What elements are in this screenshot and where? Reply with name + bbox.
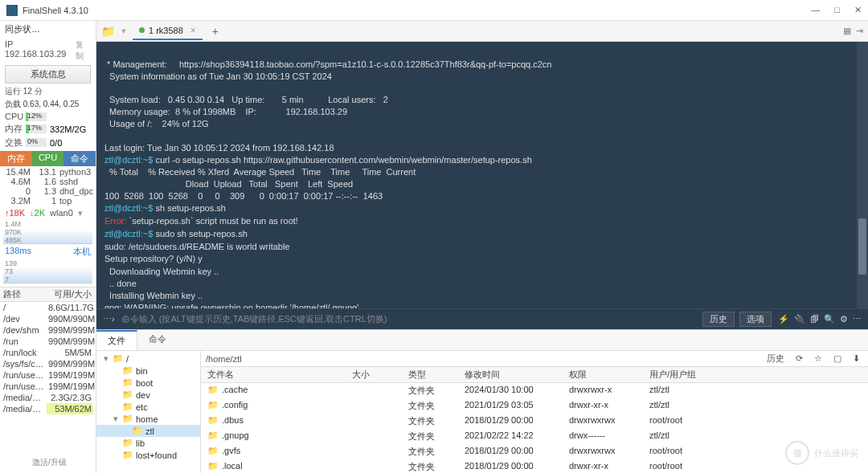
proc-tabs[interactable]: 内存 CPU 命令 [0,151,96,166]
process-table: 15.4M13.1python34.6M1.6sshd01.3dhd_dpc3.… [0,166,96,206]
net-up: ↑18K [5,208,25,218]
path-history-button[interactable]: 历史 [764,353,788,365]
sidebar: 同步状… IP 192.168.103.29 复制 系统信息 运行 12 分 负… [0,21,96,473]
tree-node[interactable]: 📁dev [96,389,200,401]
new-tab-button[interactable]: + [212,25,219,38]
minimize-button[interactable]: — [811,5,820,15]
close-tab-icon[interactable]: × [190,25,196,36]
folder-icon[interactable]: 📁 [101,25,115,38]
file-tree[interactable]: ▾📁/📁bin📁boot📁dev📁etc▾📁home📁ztl📁lib📁lost+… [96,351,201,473]
terminal[interactable]: * Management: https://shop36394118.taoba… [96,42,868,308]
prompt-icon: ⋯› [103,314,115,324]
scrollbar-thumb[interactable] [858,218,866,275]
bottom-tabs[interactable]: 文件 命令 [96,330,868,351]
net-row: ↑18K ↓2K wlan0 ▾ [0,206,96,220]
file-row[interactable]: 📁.cache文件夹2024/01/30 10:00drwxrwxr-xztl/… [201,383,868,398]
local-label: 本机 [73,246,91,258]
tab-commands[interactable]: 命令 [137,330,178,350]
hdr-owner: 用户/用户组 [643,367,723,382]
net-down: ↓2K [30,208,45,218]
current-path: /home/ztl [206,354,242,364]
file-row[interactable]: 📁.dbus文件夹2018/01/29 00:00drwxrwxrwxroot/… [201,414,868,429]
sync-status: 同步状… [0,21,96,38]
tree-node[interactable]: 📁etc [96,401,200,413]
status-dot [139,27,145,33]
tab-bar: 📁 ▾ 1 rk3588 × + ▦⇥ [96,21,868,42]
cpu-bar: 12% [26,112,47,121]
tab-cmd[interactable]: 命令 [63,151,96,166]
download-icon[interactable]: ⬇ [850,353,863,364]
hdr-date: 修改时间 [458,367,563,382]
net-iface: wlan0 [50,208,73,218]
refresh-icon[interactable]: ⟳ [792,353,806,364]
watermark-text: 什么值得买 [814,447,858,459]
terminal-icon[interactable]: ▢ [830,353,845,364]
bookmark-icon[interactable]: ☆ [811,353,825,364]
gear-icon: ⚙ [840,314,848,324]
disk-row: /media/…53M/62M [0,403,96,414]
app-title: FinalShell 4.3.10 [23,6,811,15]
maximize-button[interactable]: □ [834,5,840,15]
chevron-down-icon: ▾ [78,208,83,218]
cmd-placeholder: 命令输入 (按ALT键提示历史,TAB键路径,ESC键返回,双击CTRL切换) [121,313,696,325]
file-row[interactable]: 📁.config文件夹2021/01/29 03:05drwxr-xr-xztl… [201,398,868,414]
tree-node[interactable]: ▾📁home [96,413,200,425]
toolbar-icons[interactable]: ▦⇥ [843,26,863,36]
tab-mem[interactable]: 内存 [0,151,32,166]
swap-bar: 0% [26,138,47,147]
latency-row: 138ms 本机 [0,244,96,259]
path-bar: /home/ztl 历史 ⟳ ☆ ▢ ⬇ [201,351,868,367]
net-graph: 1.4M 970K 485K [3,220,92,244]
swap-label: 交换 [5,137,23,149]
titlebar: FinalShell 4.3.10 — □ ✕ [0,0,868,21]
system-info-button[interactable]: 系统信息 [5,65,91,84]
clipboard-icon: 🗐 [810,314,819,324]
chevron-down-icon[interactable]: ▾ [121,26,126,36]
tree-node[interactable]: 📁lib [96,437,200,449]
latency-graph: 139 73 7 [3,259,92,283]
proc-row: 4.6M1.6sshd [2,177,94,186]
tab-label: 1 rk3588 [149,26,183,35]
disk-row: /dev/shm999M/999M [0,324,96,336]
command-input-bar[interactable]: ⋯› 命令输入 (按ALT键提示历史,TAB键路径,ESC键返回,双击CTRL切… [96,308,868,329]
file-row[interactable]: 📁.gnupg文件夹2021/02/22 14:22drwx------ztl/… [201,429,868,444]
file-row[interactable]: 📁.gvfs文件夹2018/01/29 00:00drwxrwxrwxroot/… [201,444,868,459]
proc-row: 01.3dhd_dpc [2,186,94,196]
exit-icon: ⇥ [856,26,863,36]
hdr-size: 大小 [346,367,402,382]
close-button[interactable]: ✕ [854,5,862,15]
options-button[interactable]: 选项 [739,312,772,327]
disk-table: 路径可用/大小 /8.6G/11.7G/dev990M/990M/dev/shm… [0,287,96,414]
plug-icon: 🔌 [794,314,805,324]
tree-node[interactable]: 📁boot [96,377,200,389]
disk-row: /8.6G/11.7G [0,302,96,313]
tree-node[interactable]: ▾📁/ [96,353,200,365]
copy-ip-button[interactable]: 复制 [76,39,92,62]
proc-row: 15.4M13.1python3 [2,167,94,177]
session-tab[interactable]: 1 rk3588 × [133,22,203,40]
ip-address: IP 192.168.103.29 [5,39,76,62]
bolt-icon: ⚡ [778,314,789,324]
mem-bar: 17% [26,124,47,133]
terminal-scrollbar[interactable] [857,42,868,308]
grid-icon: ▦ [843,26,851,36]
disk-row: /run/lock5M/5M [0,347,96,358]
hdr-perm: 权限 [563,367,643,382]
search-icon: 🔍 [824,314,835,324]
right-action-icons[interactable]: ⚡🔌🗐🔍⚙⋯ [778,314,862,324]
tree-node[interactable]: 📁lost+found [96,449,200,461]
swap-text: 0/0 [50,138,62,148]
tree-node[interactable]: 📁ztl [96,425,200,437]
tree-node[interactable]: 📁bin [96,365,200,377]
activate-link[interactable]: 激活/升级 [32,457,67,468]
watermark: 值 什么值得买 [785,441,858,465]
history-button[interactable]: 历史 [702,312,735,327]
hdr-name: 文件名 [201,367,346,382]
tab-files[interactable]: 文件 [96,330,137,350]
disk-row: /media/…2.3G/2.3G [0,392,96,403]
file-row[interactable]: 📁.local文件夹2018/01/29 00:00drwxr-xr-xroot… [201,459,868,473]
tab-cpu[interactable]: CPU [32,151,64,166]
more-icon: ⋯ [853,314,862,324]
latency-value: 138ms [5,246,31,258]
disk-hdr-path: 路径 [0,287,47,301]
